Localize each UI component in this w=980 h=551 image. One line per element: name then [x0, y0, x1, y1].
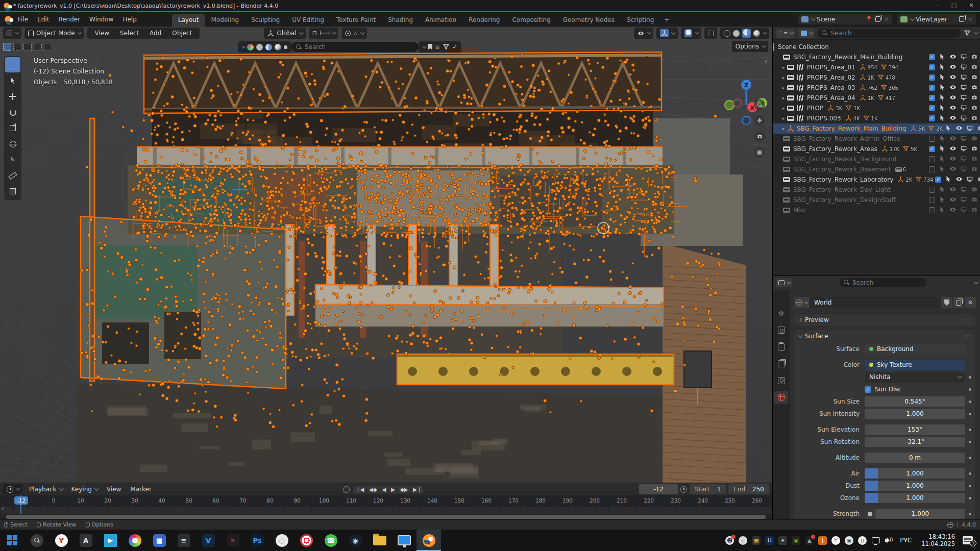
exclude-checkbox[interactable] — [929, 197, 935, 203]
tray-icon-utorrent[interactable]: µ — [858, 536, 867, 545]
tab-output[interactable] — [774, 341, 788, 353]
pan-icon[interactable]: ✥ — [754, 115, 765, 126]
tray-icon-yandex[interactable]: Y — [831, 536, 840, 545]
options-dropdown[interactable]: Options — [732, 41, 768, 52]
value-slider[interactable]: 1.000 — [865, 493, 965, 503]
value-slider[interactable]: 1.000 — [875, 509, 965, 519]
taskbar-icon-phone-green[interactable]: ☎ — [318, 530, 343, 551]
outliner-row[interactable]: SBG_Factory_Rework_Admin_Office — [773, 134, 980, 144]
disable-viewport-icon[interactable] — [960, 84, 967, 92]
hide-icon[interactable] — [949, 145, 957, 154]
auto-keying-icon[interactable] — [343, 486, 350, 493]
blender-menu-icon[interactable] — [5, 16, 12, 23]
exclude-checkbox[interactable] — [929, 207, 935, 213]
selectable-icon[interactable] — [939, 84, 946, 92]
expand-arrow-icon[interactable]: ▸ — [780, 75, 787, 80]
expand-arrow-icon[interactable]: ▸ — [780, 85, 787, 90]
exclude-checkbox[interactable] — [929, 166, 935, 172]
check-icon[interactable]: ✓ — [452, 43, 457, 51]
disable-render-icon[interactable] — [971, 53, 978, 62]
taskbar-icon-file-explorer[interactable] — [368, 530, 392, 551]
selectable-icon[interactable] — [939, 186, 946, 194]
disable-viewport-icon[interactable] — [960, 196, 967, 205]
box-select-tool[interactable] — [5, 57, 20, 72]
3d-viewport[interactable]: Object Mode ViewSelectAddObject Global ⊓… — [0, 27, 772, 483]
hide-icon[interactable] — [955, 176, 963, 184]
disable-render-icon[interactable] — [971, 135, 978, 143]
play-reverse-button[interactable]: ◀ — [380, 486, 388, 493]
exclude-checkbox[interactable] — [929, 136, 935, 142]
timeline-menu-marker[interactable]: Marker — [126, 484, 156, 495]
hide-icon[interactable] — [949, 84, 957, 92]
value-slider[interactable]: 0 m — [865, 453, 965, 463]
tray-icon-steam-tray[interactable]: ◉ — [845, 536, 853, 545]
disable-viewport-icon[interactable] — [966, 176, 973, 184]
expand-arrow-icon[interactable]: ▸ — [780, 126, 787, 131]
hide-icon[interactable] — [949, 206, 957, 215]
animate-dot[interactable] — [969, 457, 971, 459]
copy-world-button[interactable] — [952, 297, 964, 308]
unlink-scene-icon[interactable]: ✕ — [884, 16, 889, 23]
disable-viewport-icon[interactable] — [960, 206, 967, 215]
world-name-field[interactable]: World — [810, 297, 941, 308]
tray-icon-cup[interactable]: ∪ — [739, 536, 747, 545]
notifications-button[interactable]: 5 — [963, 536, 973, 544]
hide-icon[interactable] — [955, 124, 963, 133]
taskbar-icon-photoshop[interactable]: Ps — [245, 530, 270, 551]
next-keyframe-button[interactable]: ◆▶ — [398, 486, 410, 493]
timeline-tracks[interactable] — [0, 507, 772, 514]
animate-dot[interactable] — [969, 485, 971, 487]
disable-viewport-icon[interactable] — [960, 186, 967, 194]
value-slider[interactable]: -32.1° — [865, 437, 965, 447]
collapse-icon[interactable] — [798, 333, 802, 337]
exclude-checkbox[interactable]: ✓ — [929, 74, 935, 81]
expand-arrow-icon[interactable]: ▸ — [780, 95, 787, 101]
exclude-checkbox[interactable]: ✓ — [929, 95, 935, 101]
material-shading-icon[interactable] — [742, 29, 751, 38]
animate-dot[interactable] — [969, 441, 971, 443]
cursor-tool[interactable] — [5, 73, 20, 88]
animate-dot[interactable] — [969, 429, 971, 431]
menu-help[interactable]: Help — [118, 13, 141, 26]
disable-render-icon[interactable] — [971, 94, 978, 103]
use-nodes-toggle[interactable] — [865, 509, 875, 519]
ortho-toggle-icon[interactable]: ▦ — [754, 146, 765, 158]
hide-icon[interactable] — [949, 94, 957, 103]
disable-viewport-icon[interactable] — [960, 145, 967, 154]
disable-render-icon[interactable] — [971, 63, 978, 72]
outliner-row[interactable]: ▸PROPS_Area_01954394✓ — [773, 62, 980, 72]
tray-icon-alert-app[interactable]: ▲ — [805, 536, 814, 545]
taskbar-icon-dartboard[interactable] — [294, 530, 318, 551]
hide-icon[interactable] — [949, 165, 957, 174]
hide-icon[interactable] — [949, 63, 957, 72]
tab-world[interactable] — [774, 391, 788, 404]
animate-dot[interactable] — [969, 497, 971, 499]
outliner-row[interactable]: SBG_Factory_Rework_Laboratory2K734✓ — [773, 174, 980, 185]
disable-viewport-icon[interactable] — [960, 104, 967, 113]
menu-window[interactable]: Window — [85, 13, 118, 26]
selectable-icon[interactable] — [939, 196, 946, 205]
disable-render-icon[interactable] — [977, 124, 980, 133]
scrollbar-thumb[interactable] — [6, 515, 766, 519]
taskbar-icon-search[interactable] — [24, 530, 49, 551]
select-tweak-icon[interactable] — [3, 43, 11, 51]
tray-icon-network[interactable] — [871, 536, 880, 545]
disable-render-icon[interactable] — [971, 206, 978, 215]
move-tool[interactable] — [5, 89, 20, 104]
exclude-checkbox[interactable]: ✓ — [929, 64, 935, 70]
disable-render-icon[interactable] — [971, 84, 978, 92]
gizmos-dropdown[interactable] — [656, 28, 678, 39]
ruler-expand-arrow[interactable]: » — [1, 506, 4, 511]
remove-viewlayer-icon[interactable]: ✕ — [968, 16, 973, 23]
taskbar-icon-yandex-browser[interactable]: Y — [49, 530, 74, 551]
disable-viewport-icon[interactable] — [966, 124, 973, 133]
exclude-checkbox[interactable]: ✓ — [929, 105, 935, 111]
current-frame-field[interactable]: -12 — [639, 484, 678, 494]
outliner-row[interactable]: ▸SBG_Factory_Rework_Main_Building5K2K — [773, 123, 980, 134]
taskbar-icon-app-a[interactable]: A — [74, 530, 98, 551]
minimize-button[interactable]: – — [928, 0, 945, 11]
select-circle-icon[interactable] — [23, 43, 32, 51]
value-slider[interactable]: 1.000 — [865, 481, 965, 491]
hide-icon[interactable] — [949, 186, 957, 194]
tab-scene[interactable] — [774, 374, 788, 387]
